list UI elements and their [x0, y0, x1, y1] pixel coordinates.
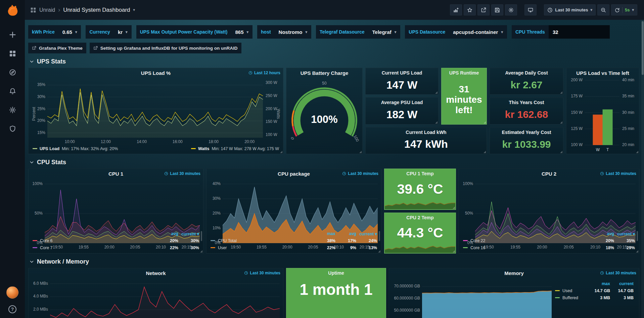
panel-title[interactable]: Average Daily Cost [505, 70, 548, 76]
panel-title[interactable]: Current Load kWh [406, 130, 446, 135]
y-axis-label-right: Watts [276, 104, 281, 124]
legend-column-header[interactable]: avg [335, 231, 356, 236]
legend-item[interactable]: Watts Min: 147 W Max: 278 W Avg: 175 W [191, 146, 279, 151]
panel-title[interactable]: Network [146, 270, 166, 276]
stat-value: 147 W [386, 76, 417, 94]
link-grafana-plex-theme[interactable]: Grafana Plex Theme [28, 43, 86, 53]
variable-value-dropdown[interactable]: 865 [231, 25, 252, 39]
dashboards-icon[interactable] [8, 49, 17, 58]
panel-time-override[interactable]: Last 30 minutes [600, 271, 636, 275]
explore-compass-icon[interactable] [8, 68, 17, 77]
legend-value: 20% [593, 238, 614, 243]
legend-series-name[interactable]: Core 6 [33, 238, 157, 243]
legend-series-name[interactable]: CPU Total [211, 238, 315, 243]
caret-down-icon [501, 30, 503, 34]
panel-title[interactable]: CPU 2 Temp [406, 215, 433, 220]
variable-host: host Nostromo [257, 25, 311, 39]
legend-value: 30% [178, 245, 199, 250]
legend-column-header[interactable]: current ▾ [356, 231, 377, 236]
cpu-threads-input[interactable] [549, 25, 610, 39]
panel-header: Network Last 30 minutes [29, 268, 283, 278]
variable-value-dropdown[interactable]: Nostromo [275, 25, 311, 39]
legend-series-name[interactable]: Buffered [555, 296, 587, 300]
panel-this-years-cost: This Years Cost kr 162.68 [490, 97, 563, 124]
legend-column-header[interactable]: max [587, 281, 610, 286]
panel-time-override[interactable]: Last 12 hours [248, 71, 280, 75]
panel-title[interactable]: CPU package [278, 171, 310, 177]
panel-title[interactable]: CPU 1 Temp [406, 171, 433, 176]
add-panel-button[interactable] [450, 4, 462, 15]
legend-column-header[interactable]: max [315, 231, 335, 236]
configuration-gear-icon[interactable] [8, 105, 17, 114]
cycle-view-mode-button[interactable] [524, 4, 537, 15]
section-header-ups-stats[interactable]: UPS Stats [30, 58, 639, 65]
admin-shield-icon[interactable] [8, 124, 17, 133]
legend-series-name[interactable]: Core 7 [33, 245, 157, 250]
zoom-out-button[interactable] [597, 4, 609, 15]
variable-value-dropdown[interactable]: 0.65 [58, 25, 81, 39]
grafana-logo-icon[interactable] [5, 3, 19, 17]
star-icon [467, 7, 472, 13]
panel-title[interactable]: Memory [504, 270, 524, 276]
dashboard-title[interactable]: Unraid System Dashboard [63, 7, 130, 13]
legend-item[interactable]: UPS Load Min: 17% Max: 32% Avg: 20% [33, 146, 118, 151]
legend-header-row: avgcurrent ▾ [463, 230, 635, 237]
divider [622, 7, 623, 13]
legend-value: 17% [335, 238, 356, 243]
star-button[interactable] [464, 4, 476, 15]
caret-down-icon [305, 30, 307, 34]
alerting-bell-icon[interactable] [8, 87, 17, 95]
panel-time-override[interactable]: Last 30 minutes [600, 171, 636, 176]
panel-header: UPS Load % Last 12 hours [29, 68, 283, 78]
panel-title[interactable]: CPU 1 [108, 171, 123, 177]
legend-column-header[interactable]: avg [157, 231, 178, 236]
panel-title[interactable]: UPS Runtime [449, 70, 479, 76]
memory-chart: 50.000000 GB60.000000 GB70.000000 GB [389, 278, 555, 318]
panel-time-override[interactable]: Last 30 minutes [164, 171, 200, 176]
legend-column-header[interactable]: current ▾ [178, 231, 199, 236]
share-button[interactable] [477, 4, 490, 15]
panel-title[interactable]: Current UPS Load [382, 70, 422, 76]
save-button[interactable] [491, 4, 503, 15]
panel-title[interactable]: CPU 2 [542, 171, 556, 177]
chevron-down-icon [30, 160, 34, 165]
help-icon[interactable]: ? [8, 305, 16, 313]
panel-time-override[interactable]: Last 30 minutes [342, 171, 378, 176]
variable-value-dropdown[interactable]: apcupsd-container [449, 25, 507, 39]
panel-title[interactable]: This Years Cost [509, 100, 544, 105]
breadcrumb-app[interactable]: Unraid [39, 7, 55, 13]
panel-title[interactable]: Average PSU Load [381, 100, 423, 105]
dashboard-settings-button[interactable] [505, 4, 517, 15]
scrollbar-thumb[interactable] [642, 21, 644, 75]
panel-title[interactable]: UPS Battery Charge [301, 70, 349, 76]
legend-value: 22% [315, 245, 335, 250]
section-header-cpu-stats[interactable]: CPU Stats [30, 159, 639, 166]
clock-icon [342, 172, 346, 176]
time-range-picker[interactable]: Last 30 minutes [544, 4, 596, 15]
create-plus-icon[interactable] [8, 30, 17, 39]
panel-time-override[interactable]: Last 30 minutes [244, 271, 280, 275]
legend-row: CPU Total38%17%24% [211, 237, 377, 244]
caret-down-icon[interactable] [133, 8, 135, 12]
panel-header: CPU 2 Last 30 minutes [459, 169, 639, 178]
legend-series-name[interactable]: User [211, 245, 315, 250]
legend-column-header[interactable]: current ▾ [614, 231, 635, 236]
legend-column-header[interactable]: current [610, 281, 634, 286]
link-ups-monitoring-guide[interactable]: Setting up Grafana and InfluxDB for UPS … [90, 43, 241, 53]
variable-value-dropdown[interactable]: Telegraf [368, 25, 401, 39]
legend-column-header[interactable]: avg [593, 231, 614, 236]
legend-series-name[interactable]: Used [555, 288, 587, 293]
panel-title[interactable]: UPS Load % [141, 70, 171, 76]
legend-series-name[interactable]: Core 22 [463, 238, 593, 243]
refresh-interval-value[interactable]: 5s [625, 7, 630, 12]
panel-title[interactable]: Uptime [328, 270, 344, 276]
panel-title[interactable]: UPS Load vs Time left [576, 70, 629, 76]
variable-value-dropdown[interactable]: kr [114, 25, 132, 39]
ups-stats-row: UPS Load % Last 12 hours Percent Watts 1… [28, 68, 639, 154]
user-avatar[interactable] [6, 286, 18, 299]
panel-title[interactable]: Estimated Yearly Cost [502, 130, 551, 135]
legend-series-name[interactable]: Core 16 [463, 245, 593, 250]
refresh-button[interactable]: 5s [611, 4, 637, 15]
clock-icon [244, 271, 248, 275]
section-header-network-memory[interactable]: Network / Memory [30, 258, 639, 265]
